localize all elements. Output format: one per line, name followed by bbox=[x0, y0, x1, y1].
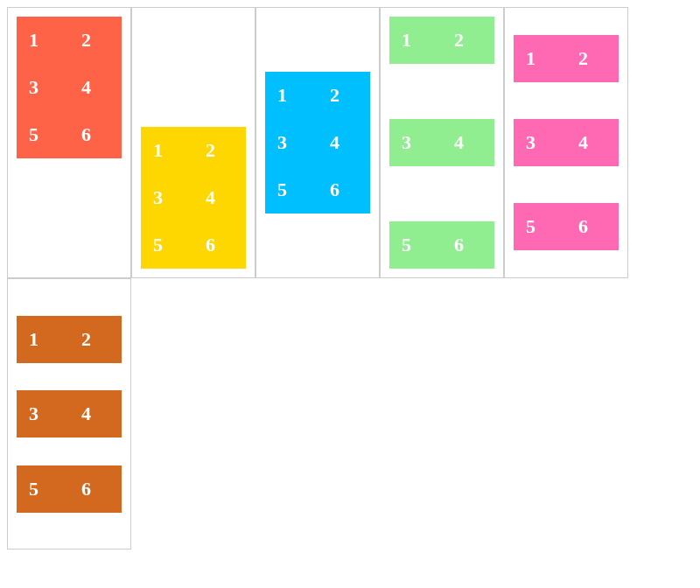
row: 1 2 bbox=[17, 316, 122, 363]
cell: 4 bbox=[193, 174, 246, 221]
row: 5 6 bbox=[17, 466, 122, 513]
box-space-evenly: 1 2 3 4 5 6 bbox=[7, 278, 131, 550]
box-flex-end: 1 2 3 4 5 6 bbox=[131, 7, 256, 278]
row: 1 2 bbox=[514, 35, 619, 82]
row: 3 4 bbox=[17, 390, 122, 438]
cell: 2 bbox=[69, 17, 122, 64]
cell: 3 bbox=[141, 174, 193, 221]
cell: 5 bbox=[514, 203, 566, 250]
cell: 5 bbox=[17, 466, 69, 513]
cell: 2 bbox=[69, 316, 122, 363]
row: 1 2 bbox=[389, 17, 494, 64]
cell: 5 bbox=[17, 111, 69, 158]
cell: 4 bbox=[566, 119, 619, 166]
cell: 5 bbox=[265, 166, 318, 214]
row: 5 6 bbox=[514, 203, 619, 250]
cell: 3 bbox=[389, 119, 442, 166]
cell: 6 bbox=[566, 203, 619, 250]
cell: 1 bbox=[265, 72, 318, 119]
row: 3 4 bbox=[514, 119, 619, 166]
cell: 6 bbox=[69, 466, 122, 513]
cell: 4 bbox=[442, 119, 494, 166]
box-space-around: 1 2 3 4 5 6 bbox=[504, 7, 628, 278]
cell: 4 bbox=[69, 390, 122, 438]
cell: 1 bbox=[514, 35, 566, 82]
cell: 3 bbox=[514, 119, 566, 166]
grid-flex-end: 1 2 3 4 5 6 bbox=[141, 127, 246, 269]
row: 5 6 bbox=[389, 221, 494, 269]
cell: 4 bbox=[69, 64, 122, 111]
cell: 1 bbox=[141, 127, 193, 174]
box-space-between: 1 2 3 4 5 6 bbox=[380, 7, 504, 278]
cell: 6 bbox=[442, 221, 494, 269]
cell: 6 bbox=[69, 111, 122, 158]
cell: 3 bbox=[17, 64, 69, 111]
cell: 6 bbox=[193, 221, 246, 269]
cell: 3 bbox=[17, 390, 69, 438]
cell: 1 bbox=[17, 316, 69, 363]
cell: 3 bbox=[265, 119, 318, 166]
cell: 1 bbox=[389, 17, 442, 64]
grid-flex-start: 1 2 3 4 5 6 bbox=[17, 17, 122, 158]
cell: 6 bbox=[318, 166, 370, 214]
cell: 4 bbox=[318, 119, 370, 166]
demo-container: 1 2 3 4 5 6 1 2 3 4 5 6 1 2 3 4 5 6 bbox=[7, 7, 693, 550]
cell: 2 bbox=[193, 127, 246, 174]
cell: 2 bbox=[442, 17, 494, 64]
grid-center: 1 2 3 4 5 6 bbox=[265, 72, 370, 214]
box-center: 1 2 3 4 5 6 bbox=[256, 7, 380, 278]
cell: 5 bbox=[141, 221, 193, 269]
row: 3 4 bbox=[389, 119, 494, 166]
cell: 2 bbox=[566, 35, 619, 82]
box-flex-start: 1 2 3 4 5 6 bbox=[7, 7, 131, 278]
cell: 5 bbox=[389, 221, 442, 269]
cell: 1 bbox=[17, 17, 69, 64]
cell: 2 bbox=[318, 72, 370, 119]
